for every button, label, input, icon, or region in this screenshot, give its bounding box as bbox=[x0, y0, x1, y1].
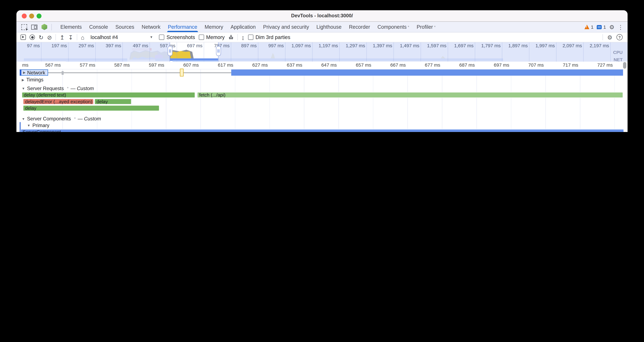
tab-network[interactable]: Network bbox=[138, 22, 164, 32]
performance-settings-gear-icon[interactable]: ⚙ bbox=[607, 34, 612, 40]
selection-right-handle[interactable] bbox=[216, 46, 221, 56]
tab-components[interactable]: Components* bbox=[374, 22, 413, 32]
minimap-tick-label: 697 ms bbox=[187, 43, 202, 48]
minimap-tick-label: 497 ms bbox=[133, 43, 148, 48]
tab-elements[interactable]: Elements bbox=[57, 22, 86, 32]
tab-profiler[interactable]: Profiler* bbox=[413, 22, 439, 32]
minimap-gridline bbox=[610, 42, 611, 62]
flame-event-delay[interactable]: delay bbox=[94, 99, 131, 104]
divider bbox=[51, 24, 52, 30]
device-toolbar-icon[interactable] bbox=[31, 25, 38, 29]
divider bbox=[603, 34, 603, 40]
network-track[interactable]: ▶Network bbox=[16, 69, 628, 76]
timings-track[interactable]: ▶Timings bbox=[16, 76, 628, 84]
warning-icon[interactable] bbox=[584, 25, 589, 29]
timeline-minimap[interactable]: 97 ms197 ms297 ms397 ms497 ms597 ms697 m… bbox=[16, 42, 628, 62]
ruler-tick-label: 667 ms bbox=[390, 63, 406, 67]
server-components-header[interactable]: ▼Server Components*— Custom bbox=[16, 116, 628, 122]
history-dropdown-value: localhost #4 bbox=[90, 34, 118, 40]
dim-3rd-parties-label: Dim 3rd parties bbox=[256, 34, 290, 40]
load-profile-icon[interactable]: ↥ bbox=[60, 34, 64, 40]
flame-event-servercomponent[interactable]: ServerComponent bbox=[20, 129, 624, 132]
memory-label: Memory bbox=[206, 34, 225, 40]
minimap-gridline bbox=[583, 42, 584, 62]
home-icon[interactable]: ⌂ bbox=[81, 34, 84, 40]
flamechart-ruler[interactable]: ms 567 ms577 ms587 ms597 ms607 ms617 ms6… bbox=[16, 62, 628, 70]
flame-event-delay[interactable]: delay bbox=[23, 105, 159, 111]
garbage-collect-icon[interactable] bbox=[228, 35, 234, 40]
chevron-down-icon: ▼ bbox=[150, 35, 153, 39]
ruler-unit: ms bbox=[22, 63, 28, 67]
network-request-bar[interactable] bbox=[231, 70, 623, 76]
tab-sources[interactable]: Sources bbox=[112, 22, 138, 32]
ruler-tick-label: 577 ms bbox=[80, 63, 96, 67]
screenshots-label: Screenshots bbox=[166, 34, 195, 40]
track-gap bbox=[16, 111, 628, 116]
record-button[interactable] bbox=[30, 35, 35, 40]
history-dropdown[interactable]: localhost #4 ▼ bbox=[88, 34, 156, 40]
network-track-label: Network bbox=[27, 70, 45, 75]
tab-lighthouse[interactable]: Lighthouse bbox=[313, 22, 345, 32]
collapse-tracks-icon[interactable]: ↨ bbox=[242, 34, 244, 40]
clear-recording-icon[interactable]: ⊘ bbox=[47, 34, 52, 40]
node-icon[interactable] bbox=[42, 24, 47, 30]
selected-network-request-marker[interactable] bbox=[180, 69, 184, 77]
save-profile-icon[interactable]: ↧ bbox=[68, 34, 73, 40]
help-icon[interactable]: ? bbox=[616, 34, 622, 40]
minimap-tick-label: 2,097 ms bbox=[562, 43, 582, 48]
flame-event-delayederror-ayed-exception[interactable]: delayedError (...ayed exception) bbox=[23, 99, 94, 104]
live-metrics-icon[interactable] bbox=[20, 35, 26, 40]
ruler-tick-label: 617 ms bbox=[218, 63, 233, 67]
tab-memory[interactable]: Memory bbox=[201, 22, 227, 32]
screenshots-checkbox[interactable]: Screenshots bbox=[159, 34, 195, 40]
settings-gear-icon[interactable]: ⚙ bbox=[609, 24, 614, 30]
minimap-tick-label: 97 ms bbox=[27, 43, 40, 48]
kebab-menu-icon[interactable]: ⋮ bbox=[618, 24, 624, 30]
server-requests-header[interactable]: ▼Server Requests*— Custom bbox=[16, 84, 628, 92]
issues-icon[interactable] bbox=[597, 25, 602, 29]
track-resize-grip[interactable] bbox=[62, 71, 64, 75]
tab-privacy-and-security[interactable]: Privacy and security bbox=[260, 22, 313, 32]
timings-track-label: Timings bbox=[26, 77, 44, 83]
tab-recorder[interactable]: Recorder bbox=[345, 22, 374, 32]
server-components-title: Server Components bbox=[27, 116, 71, 122]
performance-toolbar: ↻ ⊘ ↥ ↧ ⌂ localhost #4 ▼ Screenshots Mem… bbox=[16, 33, 628, 42]
minimap-tick-label: 1,697 ms bbox=[454, 43, 474, 48]
minimap-tick-label: 1,197 ms bbox=[318, 43, 338, 48]
react-atom-icon: * bbox=[434, 25, 436, 29]
network-track-header[interactable]: ▶Network bbox=[20, 70, 48, 76]
ruler-tick-label: 657 ms bbox=[356, 63, 371, 67]
selection-left-handle[interactable] bbox=[168, 46, 172, 56]
ruler-tick-label: 637 ms bbox=[287, 63, 302, 67]
inspect-element-icon[interactable] bbox=[22, 24, 27, 30]
cpu-lane-label: CPU bbox=[613, 50, 622, 55]
react-atom-icon: * bbox=[408, 25, 409, 29]
ruler-tick-label: 647 ms bbox=[321, 63, 337, 67]
screen: DevTools - localhost:3000/ ElementsConso… bbox=[0, 0, 644, 132]
server-requests-title: Server Requests bbox=[27, 86, 64, 91]
ruler-tick-label: 677 ms bbox=[425, 63, 440, 67]
flame-event-fetch-api[interactable]: fetch (.../api) bbox=[197, 92, 623, 98]
toolbar-right: ⚙ ? bbox=[603, 34, 628, 40]
tab-application[interactable]: Application bbox=[227, 22, 260, 32]
memory-checkbox[interactable]: Memory bbox=[199, 34, 225, 40]
minimap-gridline bbox=[150, 42, 150, 62]
flame-chart[interactable]: ▶Network ▶Timings ▼Server Requests*— Cus… bbox=[16, 69, 628, 132]
react-atom-icon: * bbox=[74, 117, 76, 121]
tab-performance[interactable]: Performance bbox=[164, 22, 201, 32]
minimap-tick-label: 1,797 ms bbox=[481, 43, 501, 48]
ruler-tick-label: 587 ms bbox=[114, 63, 130, 67]
primary-subtrack-header[interactable]: ▼Primary bbox=[20, 122, 628, 129]
record-and-reload-icon[interactable]: ↻ bbox=[39, 34, 44, 40]
flame-event-delay-deferred-text[interactable]: delay (deferred text) bbox=[22, 92, 195, 98]
minimap-tick-label: 997 ms bbox=[268, 43, 284, 48]
minimap-gridline bbox=[95, 42, 96, 62]
server-requests-row: delayedError (...ayed exception)delay bbox=[16, 98, 628, 105]
scrollbar-thumb[interactable] bbox=[623, 62, 626, 69]
minimap-tick-label: 1,997 ms bbox=[536, 43, 555, 48]
dim-3rd-parties-checkbox[interactable]: Dim 3rd parties bbox=[248, 34, 290, 40]
minimap-tick-label: 2,197 ms bbox=[590, 43, 609, 48]
tab-console[interactable]: Console bbox=[86, 22, 112, 32]
expand-icon: ▶ bbox=[22, 78, 24, 82]
minimap-tick-label: 1,297 ms bbox=[346, 43, 365, 48]
